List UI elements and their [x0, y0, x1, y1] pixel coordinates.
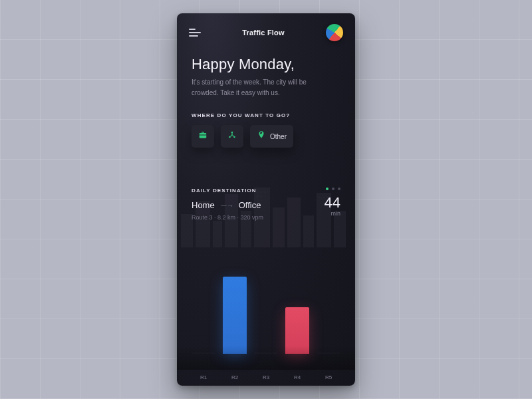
- chart-x-axis: R1R2R3R4R5: [192, 374, 340, 380]
- menu-icon[interactable]: [189, 29, 201, 37]
- chart-tick-R4: R4: [285, 374, 309, 380]
- chart-tick-R2: R2: [223, 374, 247, 380]
- route-line: Home ⸺→ Office: [192, 200, 325, 210]
- route-from: Home: [192, 200, 215, 210]
- avatar[interactable]: [326, 24, 343, 41]
- svg-point-0: [231, 132, 233, 134]
- destination-hub-button[interactable]: [221, 125, 243, 148]
- arrow-right-icon: ⸺→: [220, 201, 233, 209]
- route-to: Office: [239, 200, 261, 210]
- destination-other-label: Other: [270, 133, 287, 140]
- chart-tick-R1: R1: [192, 374, 215, 380]
- chart-bar-fill: [285, 307, 309, 354]
- page-dot-3[interactable]: [338, 188, 340, 190]
- destination-other-button[interactable]: Other: [250, 125, 293, 148]
- destination-row: Other: [177, 118, 355, 148]
- greeting-block: Happy Monday, It's starting of the week.…: [177, 44, 355, 98]
- phone-frame: Traffic Flow Happy Monday, It's starting…: [177, 13, 355, 386]
- chart-bar-fill: [254, 352, 278, 354]
- page-dot-1[interactable]: [326, 188, 329, 190]
- route-meta: Route 3 · 8.2 km · 320 vpm: [192, 214, 325, 221]
- hub-icon: [227, 130, 237, 142]
- briefcase-icon: [198, 130, 207, 142]
- chart-tick-R3: R3: [254, 374, 278, 380]
- chart-bar-fill: [317, 352, 340, 354]
- destination-work-button[interactable]: [192, 125, 214, 148]
- chart-bar-fill: [192, 352, 215, 354]
- app-title: Traffic Flow: [242, 29, 285, 37]
- chart-bar-R2[interactable]: [223, 277, 247, 354]
- eta-value: 44: [325, 196, 340, 210]
- where-label: WHERE DO YOU WANT TO GO?: [177, 98, 355, 118]
- daily-destination: DAILY DESTINATION Home ⸺→ Office Route 3…: [177, 148, 355, 221]
- route-chart: R1R2R3R4R5: [177, 277, 355, 386]
- page-dots[interactable]: [325, 188, 340, 190]
- svg-rect-5: [213, 221, 222, 247]
- chart-tick-R5: R5: [317, 374, 340, 380]
- pin-icon: [257, 130, 266, 142]
- chart-bar-R3[interactable]: [254, 352, 278, 354]
- chart-bar-R5[interactable]: [317, 352, 340, 354]
- chart-bar-R1[interactable]: [192, 352, 215, 354]
- app-header: Traffic Flow: [177, 13, 355, 44]
- chart-bar-R4[interactable]: [285, 307, 309, 354]
- daily-label: DAILY DESTINATION: [192, 188, 325, 194]
- greeting-headline: Happy Monday,: [192, 56, 340, 73]
- chart-bar-fill: [223, 277, 247, 354]
- eta-unit: min: [325, 210, 340, 217]
- page-dot-2[interactable]: [332, 188, 334, 190]
- greeting-subtext: It's starting of the week. The city will…: [192, 77, 318, 98]
